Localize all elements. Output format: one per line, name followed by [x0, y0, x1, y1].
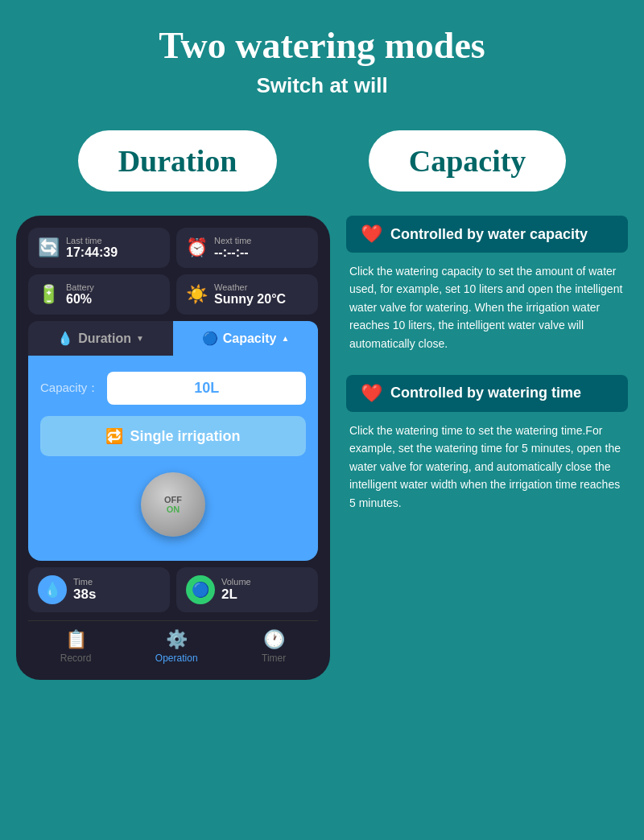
capacity-tab-label: Capacity	[223, 331, 277, 346]
watering-time-desc: Click the watering time to set the water…	[346, 422, 628, 512]
on-off-toggle[interactable]: OFF ON	[141, 472, 205, 537]
nav-timer[interactable]: 🕐 Timer	[262, 629, 286, 664]
mode-switcher[interactable]: 💧 Duration ▼ 🔵 Capacity ▲	[28, 321, 318, 356]
watering-time-title: Controlled by watering time	[390, 385, 581, 401]
bottom-stats: 💧 Time 38s 🔵 Volume 2L	[28, 567, 318, 612]
last-time-label: Last time	[66, 236, 118, 245]
droplet-icon: 💧	[57, 331, 73, 346]
capacity-icon: 🔵	[202, 331, 218, 346]
weather-card: ☀️ Weather Sunny 20°C	[176, 274, 318, 315]
water-capacity-header: ❤️ Controlled by water capacity	[346, 216, 628, 253]
next-time-label: Next time	[214, 236, 251, 245]
time-stat-label: Time	[73, 577, 96, 587]
phone-mockup: 🔄 Last time 17:44:39 ⏰ Next time --:--:-…	[16, 216, 330, 680]
water-capacity-feature: ❤️ Controlled by water capacity Click th…	[346, 216, 628, 352]
toggle-on-label: ON	[167, 504, 180, 514]
volume-stat-icon: 🔵	[186, 575, 215, 604]
capacity-field-label: Capacity：	[40, 381, 99, 396]
duration-tab[interactable]: 💧 Duration ▼	[28, 321, 173, 356]
record-icon: 📋	[65, 629, 87, 650]
toggle-container: OFF ON	[40, 472, 306, 537]
battery-label: Battery	[66, 282, 94, 292]
main-title: Two watering modes	[16, 24, 628, 67]
duration-mode-label: Duration	[78, 130, 278, 191]
nav-operation-label: Operation	[155, 653, 198, 664]
last-time-value: 17:44:39	[66, 245, 118, 260]
single-irrigation-label: Single irrigation	[130, 428, 240, 445]
operation-icon: ⚙️	[166, 629, 188, 650]
volume-stat-value: 2L	[221, 587, 251, 603]
battery-card: 🔋 Battery 60%	[28, 274, 170, 315]
time-stat-icon: 💧	[38, 575, 67, 604]
last-time-icon: 🔄	[38, 237, 60, 258]
right-panel: ❤️ Controlled by water capacity Click th…	[346, 216, 628, 680]
heart-icon-1: ❤️	[361, 224, 382, 245]
capacity-tab[interactable]: 🔵 Capacity ▲	[173, 321, 318, 356]
heart-icon-2: ❤️	[361, 383, 382, 404]
duration-tab-label: Duration	[78, 331, 131, 346]
bottom-nav: 📋 Record ⚙️ Operation 🕐 Timer	[28, 620, 318, 668]
weather-label: Weather	[214, 282, 286, 292]
nav-timer-label: Timer	[262, 653, 286, 664]
watering-time-feature: ❤️ Controlled by watering time Click the…	[346, 375, 628, 512]
irrigation-refresh-icon: 🔁	[105, 427, 123, 445]
weather-icon: ☀️	[186, 284, 208, 305]
volume-stat-label: Volume	[221, 577, 251, 587]
next-time-value: --:--:--	[214, 245, 251, 260]
volume-stat-card: 🔵 Volume 2L	[176, 567, 318, 612]
nav-record-label: Record	[60, 653, 92, 664]
next-time-card: ⏰ Next time --:--:--	[176, 228, 318, 268]
capacity-row: Capacity： 10L	[40, 372, 306, 405]
water-capacity-title: Controlled by water capacity	[390, 226, 588, 243]
page-header: Two watering modes Switch at will	[0, 0, 644, 106]
capacity-panel: Capacity： 10L 🔁 Single irrigation OFF ON	[28, 356, 318, 561]
next-time-icon: ⏰	[186, 237, 208, 258]
info-row-1: 🔄 Last time 17:44:39 ⏰ Next time --:--:-…	[28, 228, 318, 268]
info-row-2: 🔋 Battery 60% ☀️ Weather Sunny 20°C	[28, 274, 318, 315]
toggle-off-label: OFF	[164, 495, 182, 504]
water-capacity-desc: Click the watering capacity to set the a…	[346, 262, 628, 352]
battery-icon: 🔋	[38, 284, 60, 305]
capacity-mode-label: Capacity	[369, 130, 567, 191]
weather-value: Sunny 20°C	[214, 292, 286, 307]
sub-title: Switch at will	[16, 73, 628, 98]
mode-labels: Duration Capacity	[0, 114, 644, 208]
main-content: 🔄 Last time 17:44:39 ⏰ Next time --:--:-…	[0, 208, 644, 696]
watering-time-header: ❤️ Controlled by watering time	[346, 375, 628, 412]
battery-value: 60%	[66, 292, 94, 307]
last-time-card: 🔄 Last time 17:44:39	[28, 228, 170, 268]
capacity-input[interactable]: 10L	[107, 372, 306, 405]
duration-arrow-icon: ▼	[136, 334, 144, 343]
capacity-arrow-icon: ▲	[281, 334, 289, 343]
nav-record[interactable]: 📋 Record	[60, 629, 92, 664]
time-stat-card: 💧 Time 38s	[28, 567, 170, 612]
nav-operation[interactable]: ⚙️ Operation	[155, 629, 198, 664]
single-irrigation-button[interactable]: 🔁 Single irrigation	[40, 416, 306, 456]
time-stat-value: 38s	[73, 587, 96, 603]
timer-icon: 🕐	[263, 629, 285, 650]
